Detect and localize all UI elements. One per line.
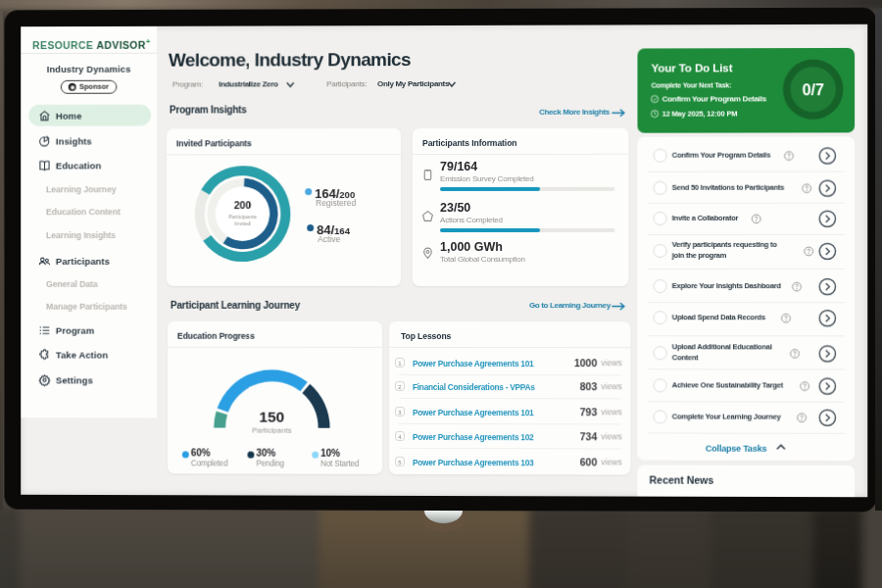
- svg-text:150: 150: [259, 409, 284, 425]
- svg-text:Participants: Participants: [252, 426, 292, 434]
- svg-text:200: 200: [233, 200, 251, 211]
- svg-text:Participants: Participants: [227, 214, 256, 220]
- svg-text:Invited: Invited: [234, 220, 250, 226]
- svg-text:0/7: 0/7: [802, 81, 824, 98]
